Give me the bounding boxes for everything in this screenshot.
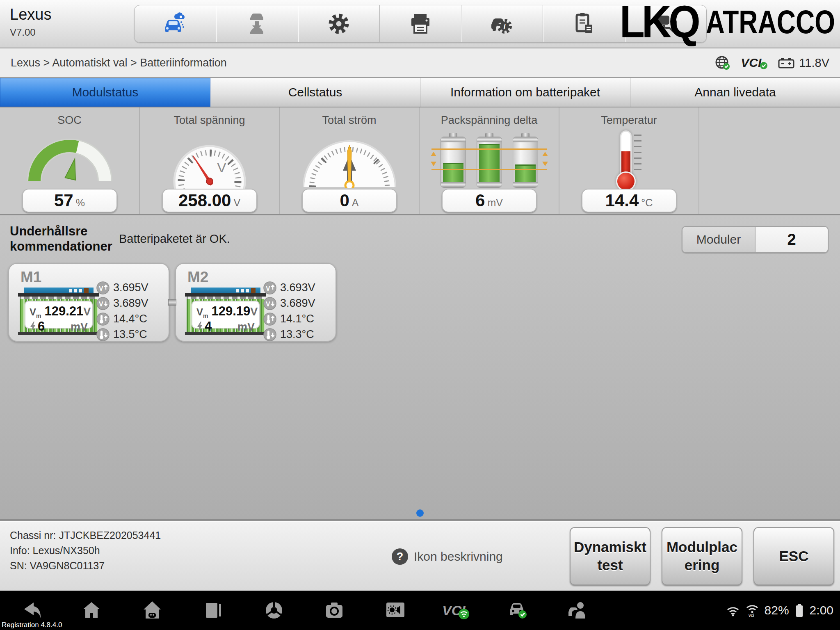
total-current-unit: A	[352, 193, 359, 209]
vci-manager-button[interactable]: VCI	[442, 600, 470, 620]
gauges-empty-panel	[699, 107, 840, 214]
pack-delta-panel: Packspänning delta 6 mV	[420, 107, 559, 214]
module-delta-unit: mV	[71, 321, 88, 333]
temperature-unit: °C	[641, 193, 653, 209]
icon-description-button[interactable]: ? Ikon beskrivning	[392, 548, 503, 565]
modules-counter-label: Moduler	[682, 227, 756, 252]
soc-gauge-panel: SOC 57 %	[0, 107, 140, 214]
data-manager-button[interactable]	[543, 5, 625, 42]
recents-button[interactable]	[203, 600, 223, 620]
data-manager-icon	[571, 11, 597, 37]
temperature-max-icon	[263, 313, 276, 326]
total-voltage-label: Total spänning	[140, 114, 279, 127]
android-home-button[interactable]	[143, 600, 162, 620]
temperature-panel: Temperatur 14.4 °C	[559, 107, 699, 214]
module-card-m1[interactable]: M1 Vm 129.21 V 6	[8, 263, 169, 342]
module-value-box: Vm 129.21 V 6 mV	[25, 301, 93, 329]
vci-status-label: VCI	[741, 56, 761, 70]
home-button[interactable]	[82, 600, 102, 620]
back-button[interactable]	[21, 600, 41, 620]
wifi-icon	[726, 604, 740, 616]
total-voltage-value: 258.00	[178, 191, 231, 210]
temp-max-row: 14.1°C	[263, 312, 331, 326]
cell-voltage-min-row: V 3.689V	[263, 297, 331, 310]
help-icon: ?	[392, 548, 408, 565]
total-current-label: Total ström	[280, 114, 419, 127]
tab-cellstatus[interactable]: Cellstatus	[210, 78, 420, 107]
back-icon	[21, 600, 41, 620]
vci-icon: VCI	[442, 600, 470, 620]
globe-icon	[714, 55, 731, 71]
total-current-value: 0	[340, 191, 349, 210]
temp-min-row: 13.5°C	[96, 328, 164, 341]
delta-arrow-icon	[542, 152, 548, 156]
top-header: Lexus V7.00	[0, 0, 840, 48]
cell-voltage-max-row: V 3.693V	[263, 281, 331, 294]
tab-batteripaket-info[interactable]: Information om batteripaket	[420, 78, 630, 107]
soc-gauge-label: SOC	[0, 114, 139, 127]
module-name: M1	[21, 269, 41, 286]
soc-gauge	[23, 132, 117, 185]
page-indicator-dot	[416, 509, 424, 517]
camera-button[interactable]	[325, 600, 345, 620]
recommendation-message: Batteripaketet är OK.	[119, 232, 230, 246]
svg-text:vci: vci	[749, 613, 754, 617]
module-card-m2[interactable]: M2 Vm 129.19 V 4	[175, 263, 336, 342]
vehicle-connection-button[interactable]	[507, 600, 527, 620]
clock: 2:00	[810, 603, 833, 617]
settings-button[interactable]	[298, 5, 380, 42]
app-version: V7.00	[10, 27, 51, 38]
app-identity: Lexus V7.00	[10, 6, 51, 38]
temp-min-row: 13.3°C	[263, 328, 331, 341]
settings-gear-icon	[326, 11, 352, 37]
display-sound-button[interactable]	[386, 600, 405, 620]
module-voltage-value: 129.21	[44, 304, 83, 319]
svg-text:V: V	[266, 301, 270, 308]
module-placement-button[interactable]: Modulplacering	[662, 527, 742, 585]
browser-button[interactable]	[264, 600, 284, 620]
breadcrumb-bar: Lexus > Automatiskt val > Batteriinforma…	[0, 48, 840, 78]
vci-wifi-icon: vci	[745, 603, 759, 617]
vehicle-voltage: 11.8V	[799, 56, 829, 70]
connection-status: VCI 11.8V	[714, 55, 829, 71]
chrome-icon	[264, 600, 284, 620]
battery-cell-icon	[513, 133, 538, 188]
vehicle-diagnostics-button[interactable]	[135, 5, 216, 42]
modules-counter-value: 2	[756, 227, 828, 252]
module-voltage-unit: V	[83, 306, 91, 318]
module-delta-unit: mV	[237, 321, 255, 333]
printer-icon	[407, 11, 434, 37]
temperature-value-box: 14.4 °C	[582, 189, 677, 212]
icon-description-label: Ikon beskrivning	[414, 550, 503, 564]
module-connector	[168, 299, 176, 306]
vehicle-info-button[interactable]: i	[461, 5, 543, 42]
dynamic-test-button[interactable]: Dynamiskt test	[570, 527, 651, 585]
vci-status-check-icon	[760, 62, 768, 70]
pack-delta-value-box: 6 mV	[442, 189, 537, 212]
voltage-max-icon: V	[263, 281, 276, 294]
total-voltage-panel: Total spänning V 258.00 V	[140, 107, 280, 214]
module-voltage-value: 129.19	[211, 304, 250, 319]
esc-button[interactable]: ESC	[753, 527, 834, 585]
tab-bar: Modulstatus Cellstatus Information om ba…	[0, 78, 840, 107]
soc-value: 57	[54, 191, 73, 210]
mechanic-button[interactable]	[568, 600, 587, 620]
pack-delta-label: Packspänning delta	[420, 114, 559, 127]
battery-icon	[794, 603, 804, 618]
delta-bolt-icon	[30, 322, 36, 331]
bottom-bar: Chassi nr: JTJCKBEZ202053441 Info: Lexus…	[0, 520, 840, 591]
android-home-icon	[143, 600, 162, 620]
temperature-min-icon	[263, 328, 276, 341]
vehicle-lift-button[interactable]	[216, 5, 298, 42]
module-voltage-prefix: Vm	[30, 306, 41, 319]
registration-version: Registration 4.8.4.0	[2, 621, 62, 629]
delta-min-line	[431, 169, 547, 170]
battery-module-illustration: Vm 129.19 V 4 mV	[185, 288, 266, 335]
tab-annan-livedata[interactable]: Annan livedata	[630, 78, 840, 107]
tab-modulstatus[interactable]: Modulstatus	[0, 78, 210, 107]
nav-icons: VCI	[0, 600, 587, 620]
soc-value-box: 57 %	[22, 189, 117, 212]
delta-max-line	[431, 148, 547, 150]
svg-text:V: V	[217, 160, 226, 175]
print-button[interactable]	[380, 5, 461, 42]
